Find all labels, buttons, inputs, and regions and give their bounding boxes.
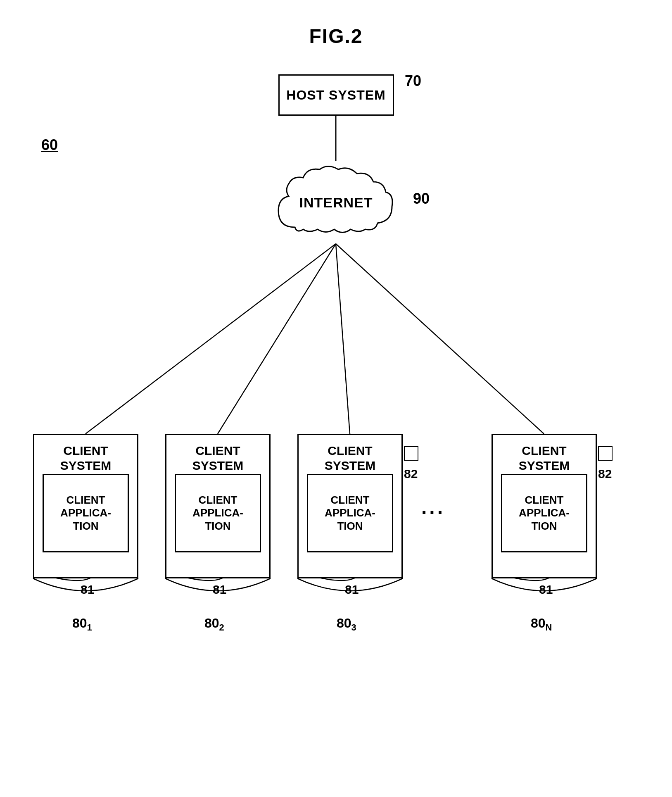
client-system-label-4: CLIENT SYSTEM xyxy=(493,443,596,473)
label-81-4: 81 xyxy=(539,583,553,597)
svg-line-1 xyxy=(85,244,336,434)
small-square-3 xyxy=(404,446,418,461)
client-app-label-4: CLIENTAPPLICA-TION xyxy=(519,494,570,533)
client-app-label-3: CLIENTAPPLICA-TION xyxy=(325,494,375,533)
client-app-box-3: CLIENTAPPLICA-TION xyxy=(307,474,393,552)
label-81-1: 81 xyxy=(81,583,94,597)
label-82-3: 82 xyxy=(404,467,418,481)
diagram-container: FIG.2 70 60 HOST SYSTEM 90 INTERNET xyxy=(0,0,672,797)
label-81-2: 81 xyxy=(213,583,226,597)
figure-title: FIG.2 xyxy=(309,25,363,48)
svg-line-4 xyxy=(336,244,544,434)
client-app-label-1: CLIENTAPPLICA-TION xyxy=(60,494,111,533)
client-app-box-1: CLIENTAPPLICA-TION xyxy=(43,474,129,552)
label-90: 90 xyxy=(413,190,430,207)
label-70: 70 xyxy=(405,72,421,90)
internet-label: INTERNET xyxy=(299,195,373,211)
internet-cloud: INTERNET xyxy=(270,161,402,244)
label-80-n: 80N xyxy=(531,616,552,633)
client-system-1: CLIENT SYSTEM CLIENTAPPLICA-TION xyxy=(33,434,138,578)
client-system-4: CLIENT SYSTEM CLIENTAPPLICA-TION xyxy=(492,434,597,578)
label-80-2: 802 xyxy=(204,616,224,633)
client-system-3: CLIENT SYSTEM CLIENTAPPLICA-TION xyxy=(297,434,403,578)
label-80-3: 803 xyxy=(337,616,356,633)
client-app-box-2: CLIENTAPPLICA-TION xyxy=(175,474,261,552)
small-square-4 xyxy=(598,446,613,461)
host-system-label: HOST SYSTEM xyxy=(286,88,385,103)
connection-lines xyxy=(0,0,672,797)
label-80-1: 801 xyxy=(72,616,92,633)
label-81-3: 81 xyxy=(345,583,359,597)
label-60: 60 xyxy=(41,136,58,154)
client-system-label-2: CLIENT SYSTEM xyxy=(166,443,269,473)
ellipsis: ... xyxy=(421,496,445,519)
client-system-label-1: CLIENT SYSTEM xyxy=(34,443,137,473)
host-system-box: HOST SYSTEM xyxy=(278,74,394,116)
svg-line-2 xyxy=(218,244,336,434)
client-system-label-3: CLIENT SYSTEM xyxy=(299,443,401,473)
client-app-label-2: CLIENTAPPLICA-TION xyxy=(192,494,243,533)
label-82-4: 82 xyxy=(598,467,612,481)
client-app-box-4: CLIENTAPPLICA-TION xyxy=(501,474,587,552)
client-system-2: CLIENT SYSTEM CLIENTAPPLICA-TION xyxy=(165,434,271,578)
svg-line-3 xyxy=(336,244,350,434)
